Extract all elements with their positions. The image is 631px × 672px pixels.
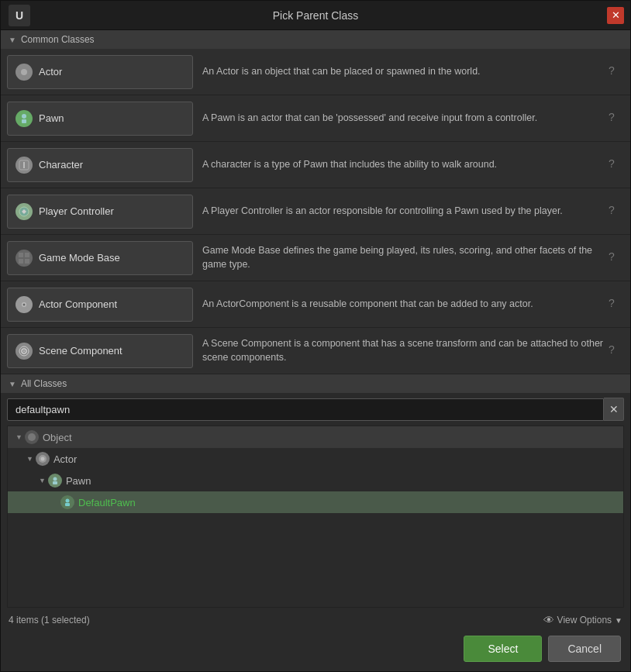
select-button[interactable]: Select (464, 636, 542, 662)
actor-tree-icon (36, 452, 50, 466)
close-button[interactable]: ✕ (607, 7, 624, 24)
ue-logo: U (9, 5, 30, 26)
all-classes-section: ▼ All Classes ✕ ▼ Object ▼ (1, 374, 630, 629)
playercontroller-label: Player Controller (39, 205, 114, 217)
svg-rect-21 (53, 481, 57, 484)
character-desc: A character is a type of Pawn that inclu… (199, 153, 609, 177)
actor-tree-label: Actor (53, 453, 77, 465)
svg-point-20 (53, 477, 57, 481)
pawn-desc: A Pawn is an actor that can be 'possesse… (199, 107, 609, 130)
search-input[interactable] (7, 398, 604, 421)
class-button-actor[interactable]: Actor (7, 55, 193, 89)
search-clear-button[interactable]: ✕ (604, 398, 624, 421)
class-button-character[interactable]: Character (7, 148, 193, 182)
svg-rect-23 (65, 503, 70, 506)
pawn-expand-icon[interactable]: ▼ (39, 477, 46, 484)
class-row-actorcomponent[interactable]: Actor Component An ActorComponent is a r… (1, 281, 630, 328)
svg-rect-7 (19, 253, 23, 257)
gamemodebase-label: Game Mode Base (39, 252, 120, 264)
common-classes-section: ▼ Common Classes Actor An Actor is an ob… (1, 30, 630, 374)
scenecomponent-help-icon[interactable]: ? (609, 343, 624, 359)
common-classes-label: Common Classes (21, 34, 95, 45)
common-classes-header: ▼ Common Classes (1, 30, 630, 49)
gamemodebase-desc: Game Mode Base defines the game being pl… (199, 240, 609, 276)
object-expand-icon[interactable]: ▼ (16, 433, 22, 441)
actor-desc: An Actor is an object that can be placed… (199, 60, 609, 84)
svg-rect-3 (22, 119, 26, 123)
pawn-icon (16, 110, 33, 127)
character-label: Character (39, 159, 83, 171)
svg-rect-8 (25, 253, 29, 257)
status-bar: 4 items (1 selected) 👁 View Options ▼ (1, 611, 630, 629)
class-row-character[interactable]: Character A character is a type of Pawn … (1, 142, 630, 188)
tree-row-object[interactable]: ▼ Object (8, 426, 623, 448)
scenecomponent-desc: A Scene Component is a component that ha… (199, 333, 609, 369)
tree-row-pawn[interactable]: ▼ Pawn (8, 470, 623, 491)
class-row-pawn[interactable]: Pawn A Pawn is an actor that can be 'pos… (1, 95, 630, 142)
actorcomponent-label: Actor Component (39, 298, 117, 310)
svg-point-19 (40, 457, 44, 461)
defaultpawn-icon (60, 495, 74, 509)
dialog-window: U Pick Parent Class ✕ ▼ Common Classes A… (0, 0, 631, 672)
character-icon (16, 157, 33, 174)
scenecomponent-icon (16, 343, 33, 360)
section-triangle-all: ▼ (9, 380, 16, 388)
class-button-scenecomponent[interactable]: Scene Component (7, 334, 193, 368)
svg-point-1 (21, 69, 27, 75)
pawn-tree-icon (48, 474, 62, 488)
button-row: Select Cancel (1, 629, 630, 671)
class-tree[interactable]: ▼ Object ▼ Actor ▼ (7, 426, 624, 608)
actor-label: Actor (39, 66, 62, 78)
svg-point-17 (28, 433, 36, 441)
eye-icon: 👁 (543, 614, 554, 626)
view-options-arrow: ▼ (615, 616, 622, 625)
class-button-pawn[interactable]: Pawn (7, 102, 193, 136)
svg-rect-10 (25, 259, 29, 264)
tree-row-defaultpawn[interactable]: ▶ DefaultPawn (8, 491, 623, 513)
class-button-gamemodebase[interactable]: Game Mode Base (7, 241, 193, 275)
class-row-scenecomponent[interactable]: Scene Component A Scene Component is a c… (1, 328, 630, 374)
class-button-actorcomponent[interactable]: Actor Component (7, 288, 193, 322)
svg-point-13 (23, 303, 26, 305)
svg-point-16 (23, 350, 25, 352)
class-row-actor[interactable]: Actor An Actor is an object that can be … (1, 49, 630, 95)
dialog-title: Pick Parent Class (273, 9, 358, 22)
actor-expand-icon[interactable]: ▼ (26, 455, 33, 463)
status-text: 4 items (1 selected) (9, 615, 90, 625)
defaultpawn-label: DefaultPawn (78, 497, 136, 508)
pawn-help-icon[interactable]: ? (609, 111, 624, 126)
title-bar: U Pick Parent Class ✕ (1, 1, 630, 30)
actor-help-icon[interactable]: ? (609, 64, 624, 80)
object-icon (25, 430, 39, 444)
actorcomponent-desc: An ActorComponent is a reusable componen… (199, 293, 609, 316)
svg-point-2 (22, 114, 26, 119)
tree-row-actor[interactable]: ▼ Actor (8, 448, 623, 470)
section-triangle-common: ▼ (9, 36, 16, 44)
object-label: Object (43, 432, 72, 443)
actorcomponent-help-icon[interactable]: ? (609, 297, 624, 312)
svg-rect-9 (19, 259, 23, 264)
gamemodebase-icon (16, 250, 33, 267)
gamemodebase-help-icon[interactable]: ? (609, 250, 624, 266)
search-bar: ✕ (7, 398, 624, 421)
cancel-button[interactable]: Cancel (548, 636, 621, 662)
playercontroller-icon (16, 203, 33, 220)
class-row-playercontroller[interactable]: Player Controller A Player Controller is… (1, 188, 630, 235)
all-classes-label: All Classes (21, 378, 67, 389)
svg-point-22 (66, 499, 70, 503)
actorcomponent-icon (16, 296, 33, 313)
view-options-button[interactable]: 👁 View Options ▼ (543, 614, 622, 626)
playercontroller-help-icon[interactable]: ? (609, 204, 624, 219)
class-button-playercontroller[interactable]: Player Controller (7, 195, 193, 229)
all-classes-header: ▼ All Classes (1, 374, 630, 393)
pawn-tree-label: Pawn (66, 475, 91, 487)
character-help-icon[interactable]: ? (609, 157, 624, 173)
scenecomponent-label: Scene Component (39, 345, 122, 357)
class-row-gamemodebase[interactable]: Game Mode Base Game Mode Base defines th… (1, 235, 630, 281)
playercontroller-desc: A Player Controller is an actor responsi… (199, 200, 609, 223)
pawn-label: Pawn (39, 112, 64, 124)
view-options-label: View Options (557, 615, 612, 625)
actor-icon (16, 64, 33, 81)
